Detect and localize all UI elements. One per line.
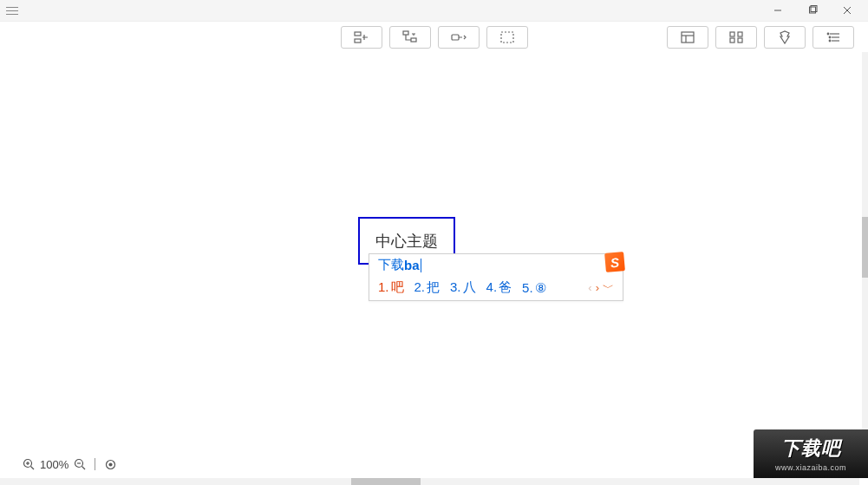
svg-point-32: [109, 463, 112, 466]
ime-logo-icon: S: [604, 252, 625, 272]
ime-candidate[interactable]: 4.爸: [486, 279, 512, 296]
canvas[interactable]: 中心主题 S 下载ba 1.吧 2.把 3.八 4.爸 5.⑧ ‹ › ﹀: [0, 52, 868, 460]
svg-point-23: [829, 40, 831, 42]
ime-nav: ‹ › ﹀: [588, 282, 614, 293]
watermark: 下载吧 www.xiazaiba.com: [754, 429, 868, 478]
horizontal-scrollbar[interactable]: [0, 478, 859, 485]
ime-dropdown-icon[interactable]: ﹀: [603, 282, 614, 293]
svg-rect-9: [452, 35, 459, 40]
insert-sibling-button[interactable]: [389, 26, 431, 49]
node-label: 中心主题: [375, 231, 438, 252]
svg-rect-5: [355, 32, 361, 36]
svg-rect-11: [682, 32, 694, 43]
insert-parent-button[interactable]: [438, 26, 480, 49]
vertical-scrollbar[interactable]: [862, 52, 868, 459]
ime-caret-icon: [421, 259, 421, 272]
ime-panel: S 下载ba 1.吧 2.把 3.八 4.爸 5.⑧ ‹ › ﹀: [369, 253, 623, 301]
menu-icon[interactable]: [3, 2, 21, 19]
window-controls: [760, 0, 865, 22]
ime-candidate[interactable]: 2.把: [414, 279, 441, 296]
zoom-out-icon[interactable]: [72, 456, 88, 472]
svg-rect-17: [738, 38, 742, 43]
ime-typed: ba: [404, 258, 420, 272]
close-button[interactable]: [830, 0, 865, 22]
svg-rect-8: [411, 38, 416, 42]
ime-candidate[interactable]: 5.⑧: [522, 280, 546, 296]
ime-next-icon[interactable]: ›: [596, 282, 599, 293]
titlebar: [0, 0, 868, 22]
svg-point-22: [829, 36, 831, 38]
view-style-button[interactable]: [764, 26, 806, 49]
view-outline-button[interactable]: [813, 26, 854, 49]
svg-rect-14: [730, 32, 734, 36]
scrollbar-thumb[interactable]: [351, 478, 421, 485]
view-layout-button[interactable]: [667, 26, 708, 49]
ime-composition: 下载ba: [369, 254, 623, 276]
svg-line-25: [30, 466, 34, 469]
watermark-text: 下载吧: [781, 436, 841, 462]
scrollbar-thumb[interactable]: [862, 217, 868, 278]
statusbar: 100%: [0, 454, 868, 475]
fit-view-icon[interactable]: [102, 456, 118, 472]
svg-rect-6: [355, 39, 361, 43]
minimize-button[interactable]: [760, 0, 795, 22]
svg-rect-15: [738, 32, 742, 36]
svg-rect-7: [403, 31, 408, 35]
ime-prefix: 下载: [378, 257, 404, 273]
svg-rect-10: [501, 32, 513, 43]
view-grid-button[interactable]: [715, 26, 757, 49]
svg-line-29: [82, 466, 85, 469]
svg-point-21: [827, 33, 829, 35]
ime-candidate[interactable]: 3.八: [450, 279, 476, 296]
toolbar: [0, 22, 868, 52]
insert-child-button[interactable]: [341, 26, 382, 49]
zoom-in-icon[interactable]: [21, 456, 36, 472]
separator: [95, 458, 95, 470]
watermark-url: www.xiazaiba.com: [775, 463, 846, 472]
zoom-level: 100%: [40, 458, 69, 471]
selection-frame-button[interactable]: [486, 26, 528, 49]
ime-prev-icon[interactable]: ‹: [588, 282, 591, 293]
ime-candidate[interactable]: 1.吧: [378, 279, 404, 296]
maximize-button[interactable]: [795, 0, 830, 22]
ime-candidates: 1.吧 2.把 3.八 4.爸 5.⑧ ‹ › ﹀: [369, 276, 623, 300]
svg-rect-16: [730, 38, 734, 43]
